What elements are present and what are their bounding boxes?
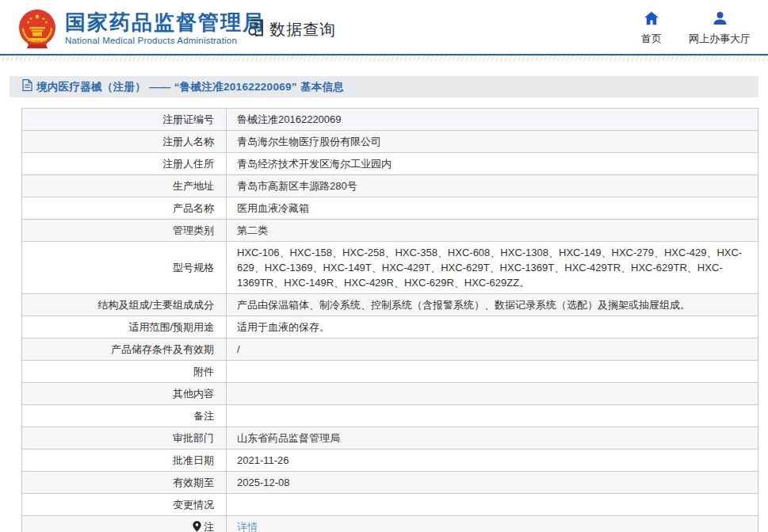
row-value: 青岛市高新区丰源路280号	[227, 175, 758, 197]
brand-block[interactable]: 国家药品监督管理局 National Medical Products Admi…	[65, 10, 265, 45]
row-label: 生产地址	[22, 175, 227, 197]
row-value: 医用血液冷藏箱	[227, 197, 758, 220]
row-label: 注	[22, 516, 227, 532]
header-stripe-band	[0, 55, 768, 61]
row-value	[227, 494, 758, 516]
table-row: 型号规格 HXC-106、HXC-158、HXC-258、HXC-358、HXC…	[22, 242, 758, 294]
row-value	[227, 361, 758, 383]
table-row: 有效期至 2025-12-08	[22, 472, 758, 494]
row-value: 鲁械注准20162220069	[227, 109, 758, 131]
row-label: 注册人名称	[22, 131, 227, 153]
table-row: 批准日期 2021-11-26	[22, 450, 758, 472]
registration-info-table: 注册证编号 鲁械注准20162220069 注册人名称 青岛海尔生物医疗股份有限…	[21, 108, 758, 532]
row-label-text: 有效期至	[173, 477, 214, 488]
row-label: 产品名称	[22, 197, 227, 220]
row-label: 注册人住所	[22, 153, 227, 175]
breadcrumb: 境内医疗器械（注册） —— “鲁械注准20162220069” 基本信息	[10, 76, 758, 98]
table-row: 产品储存条件及有效期 /	[22, 339, 758, 361]
detail-link[interactable]: 详情	[237, 521, 258, 532]
top-nav: 首页 网上办事大厅	[641, 11, 751, 46]
document-icon	[22, 79, 32, 94]
row-value-text: 产品由保温箱体、制冷系统、控制系统（含报警系统）、数据记录系统（选配）及搁架或抽…	[237, 299, 690, 311]
table-row: 注册人名称 青岛海尔生物医疗股份有限公司	[22, 131, 758, 153]
row-label-text: 型号规格	[173, 262, 214, 274]
row-label-text: 备注	[193, 410, 214, 422]
nav-service-hall-label: 网上办事大厅	[689, 32, 751, 46]
row-label: 结构及组成/主要组成成分	[22, 294, 227, 316]
row-label: 适用范围/预期用途	[22, 316, 227, 339]
row-label: 注册证编号	[22, 109, 227, 131]
row-label-text: 结构及组成/主要组成成分	[97, 299, 214, 311]
data-query-tab[interactable]: 数据查询	[246, 17, 336, 41]
row-value: 山东省药品监督管理局	[227, 427, 758, 450]
table-row: 产品名称 医用血液冷藏箱	[22, 197, 758, 220]
table-row: 审批部门 山东省药品监督管理局	[22, 427, 758, 450]
row-value: 产品由保温箱体、制冷系统、控制系统（含报警系统）、数据记录系统（选配）及搁架或抽…	[227, 294, 758, 316]
row-value-text: 鲁械注准20162220069	[237, 113, 342, 125]
data-query-label: 数据查询	[269, 19, 336, 40]
row-label-text: 附件	[193, 366, 214, 377]
brand-subtitle: National Medical Products Administration	[65, 36, 265, 45]
row-value-text: 第二类	[237, 224, 268, 236]
row-value-text: /	[237, 343, 240, 355]
row-label-text: 注册人名称	[162, 136, 214, 147]
pin-icon	[193, 521, 201, 532]
row-label: 有效期至	[22, 472, 227, 494]
row-value-text: 青岛市高新区丰源路280号	[237, 180, 357, 192]
row-value	[227, 405, 758, 427]
row-label-text: 注册人住所	[162, 158, 214, 170]
data-query-icon	[246, 17, 267, 41]
row-value: 2025-12-08	[227, 472, 758, 494]
table-row: 管理类别 第二类	[22, 220, 758, 242]
table-row: 附件	[22, 361, 758, 383]
nav-home-label: 首页	[641, 32, 662, 46]
table-row: 注 详情	[22, 516, 758, 532]
row-label-text: 生产地址	[173, 180, 214, 192]
row-label: 变更情况	[22, 494, 227, 516]
nav-service-hall[interactable]: 网上办事大厅	[689, 11, 751, 46]
row-label-text: 审批部门	[173, 432, 214, 444]
row-value: 第二类	[227, 220, 758, 242]
site-header: 国家药品监督管理局 National Medical Products Admi…	[0, 0, 768, 55]
row-value-text: 山东省药品监督管理局	[237, 432, 340, 444]
row-value: 青岛海尔生物医疗股份有限公司	[227, 131, 758, 153]
row-value-text: 2021-11-26	[237, 454, 289, 466]
user-icon	[713, 11, 728, 29]
row-value: /	[227, 339, 758, 361]
row-label-text: 注	[204, 521, 214, 532]
row-value-text: 2025-12-08	[237, 477, 290, 488]
row-label-text: 变更情况	[173, 499, 214, 511]
nav-home[interactable]: 首页	[641, 11, 662, 46]
row-label-text: 注册证编号	[162, 113, 214, 125]
home-icon	[644, 11, 659, 29]
row-label: 附件	[22, 361, 227, 383]
table-row: 其他内容	[22, 383, 758, 405]
table-row: 结构及组成/主要组成成分 产品由保温箱体、制冷系统、控制系统（含报警系统）、数据…	[22, 294, 758, 316]
row-value-text: 青岛经济技术开发区海尔工业园内	[237, 158, 392, 170]
row-value: HXC-106、HXC-158、HXC-258、HXC-358、HXC-608、…	[227, 242, 758, 294]
row-label: 产品储存条件及有效期	[22, 339, 227, 361]
row-label: 其他内容	[22, 383, 227, 405]
row-value: 适用于血液的保存。	[227, 316, 758, 339]
info-table-body: 注册证编号 鲁械注准20162220069 注册人名称 青岛海尔生物医疗股份有限…	[22, 109, 758, 532]
row-label: 备注	[22, 405, 227, 427]
row-label: 型号规格	[22, 242, 227, 294]
row-label-text: 产品储存条件及有效期	[111, 343, 214, 355]
row-value: 详情	[227, 516, 758, 532]
table-row: 生产地址 青岛市高新区丰源路280号	[22, 175, 758, 197]
row-value-text: 青岛海尔生物医疗股份有限公司	[237, 136, 381, 147]
row-value	[227, 383, 758, 405]
row-value: 2021-11-26	[227, 450, 758, 472]
row-label-text: 适用范围/预期用途	[128, 321, 214, 333]
row-value-text: 适用于血液的保存。	[237, 321, 330, 333]
national-emblem-icon	[17, 8, 57, 49]
row-label-text: 其他内容	[173, 388, 214, 400]
table-row: 适用范围/预期用途 适用于血液的保存。	[22, 316, 758, 339]
row-label: 批准日期	[22, 450, 227, 472]
row-value: 青岛经济技术开发区海尔工业园内	[227, 153, 758, 175]
table-row: 注册证编号 鲁械注准20162220069	[22, 109, 758, 131]
row-label: 审批部门	[22, 427, 227, 450]
table-row: 备注	[22, 405, 758, 427]
brand-title: 国家药品监督管理局	[65, 10, 265, 34]
row-label-text: 批准日期	[173, 454, 214, 466]
